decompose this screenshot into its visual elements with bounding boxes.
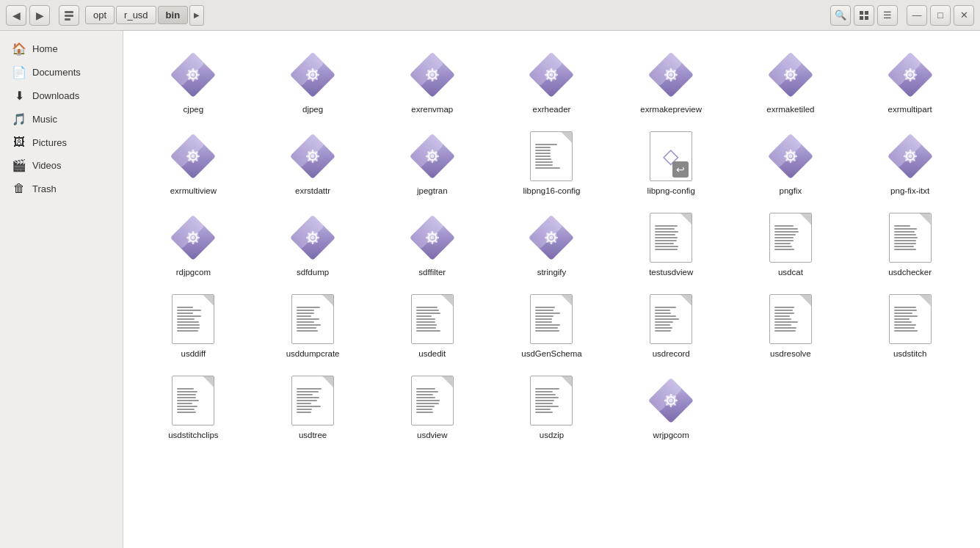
file-label: usdcat	[778, 267, 803, 278]
svg-line-143	[794, 159, 795, 161]
bookmarks-button[interactable]	[59, 5, 79, 26]
back-button[interactable]: ◀	[6, 5, 26, 26]
file-label: usdchecker	[888, 267, 932, 278]
svg-line-184	[308, 241, 310, 242]
file-item[interactable]: usdview	[374, 368, 490, 447]
svg-line-149	[794, 152, 795, 153]
svg-point-89	[908, 73, 912, 77]
file-item[interactable]: sdfdump	[255, 205, 371, 284]
view-toggle-button[interactable]	[854, 5, 874, 26]
file-label: wrjpgcom	[653, 430, 689, 441]
file-item[interactable]: usddumpcrate	[255, 287, 371, 365]
svg-line-28	[308, 78, 310, 79]
file-label: usdstitch	[893, 348, 926, 359]
svg-line-227	[674, 396, 675, 398]
sidebar-item-pictures[interactable]: 🖼 Pictures	[3, 131, 120, 153]
file-label: exrmaketiled	[766, 104, 814, 115]
file-item[interactable]: usdtree	[255, 368, 371, 447]
svg-line-84	[794, 70, 795, 72]
file-item[interactable]: exrmaketiled	[733, 43, 849, 121]
videos-icon: 🎬	[12, 158, 26, 172]
file-label: usdGenSchema	[521, 348, 581, 359]
svg-line-169	[196, 241, 197, 242]
file-item[interactable]: sdffilter	[374, 205, 490, 284]
svg-line-225	[667, 396, 669, 398]
file-item[interactable]: stringify	[493, 205, 610, 284]
file-label: usdview	[417, 430, 448, 441]
file-item[interactable]: pngfix	[733, 124, 849, 202]
file-item[interactable]: usdGenSchema	[493, 287, 610, 365]
file-item[interactable]: usdstitchclips	[135, 368, 252, 447]
file-item[interactable]: djpeg	[255, 43, 371, 121]
file-item[interactable]: usdedit	[374, 287, 490, 365]
maximize-button[interactable]: □	[930, 5, 951, 26]
file-item[interactable]: cjpeg	[135, 43, 252, 121]
svg-line-30	[308, 70, 310, 72]
crumb-rusd[interactable]: r_usd	[116, 6, 156, 24]
minimize-button[interactable]: —	[907, 5, 927, 26]
svg-rect-6	[865, 16, 868, 20]
file-item[interactable]: usddiff	[135, 287, 252, 365]
search-button[interactable]: 🔍	[830, 5, 851, 26]
svg-line-110	[196, 152, 197, 153]
svg-line-93	[906, 78, 907, 79]
toolbar-tools: 🔍 ☰	[830, 5, 898, 26]
sidebar-item-trash[interactable]: 🗑 Trash	[3, 178, 120, 200]
svg-rect-1	[65, 15, 73, 17]
sidebar-item-music[interactable]: 🎵 Music	[3, 108, 120, 131]
forward-button[interactable]: ▶	[29, 5, 50, 26]
file-item[interactable]: exrheader	[493, 43, 610, 121]
file-item[interactable]: usdcat	[733, 205, 849, 284]
file-item[interactable]: ◇ ↩ libpng-config	[613, 124, 730, 202]
file-item[interactable]: exrmakepreview	[613, 43, 730, 121]
svg-line-223	[667, 403, 669, 405]
crumb-more-button[interactable]: ▶	[189, 5, 204, 26]
sidebar-label-trash: Trash	[32, 183, 57, 194]
file-item[interactable]: usdresolve	[733, 287, 849, 365]
sidebar-item-videos[interactable]: 🎬 Videos	[3, 154, 120, 177]
svg-line-132	[428, 159, 429, 161]
svg-line-32	[316, 70, 317, 72]
file-item[interactable]: wrjpgcom	[613, 368, 730, 447]
file-item[interactable]: testusdview	[613, 205, 730, 284]
file-item[interactable]: exrenvmap	[374, 43, 490, 121]
file-item[interactable]: rdjpgcom	[135, 205, 252, 284]
file-item[interactable]: exrmultiview	[135, 124, 252, 202]
file-label: usdtree	[299, 430, 327, 441]
file-label: exrmultiview	[170, 186, 217, 197]
file-item[interactable]: usdchecker	[852, 205, 968, 284]
svg-line-45	[435, 70, 437, 72]
svg-point-154	[908, 154, 912, 158]
svg-line-54	[548, 78, 549, 79]
svg-line-69	[667, 70, 669, 72]
menu-button[interactable]: ☰	[877, 5, 898, 26]
svg-line-56	[548, 70, 549, 72]
file-item[interactable]: usdrecord	[613, 287, 730, 365]
crumb-bin[interactable]: bin	[158, 6, 189, 24]
sidebar-item-downloads[interactable]: ⬇ Downloads	[3, 84, 120, 107]
svg-point-37	[430, 73, 434, 77]
file-item[interactable]: png-fix-itxt	[852, 124, 968, 202]
svg-line-82	[786, 70, 788, 72]
svg-line-147	[786, 152, 788, 153]
sidebar-item-home[interactable]: 🏠 Home	[3, 37, 120, 60]
sidebar-label-videos: Videos	[32, 160, 62, 171]
file-label: pngfix	[780, 186, 802, 197]
documents-icon: 📄	[12, 65, 26, 79]
svg-line-43	[428, 70, 429, 72]
file-item[interactable]: libpng16-config	[493, 124, 610, 202]
file-item[interactable]: exrmultipart	[852, 43, 968, 121]
sidebar-item-documents[interactable]: 📄 Documents	[3, 61, 120, 84]
svg-line-71	[674, 70, 675, 72]
file-item[interactable]: jpegtran	[374, 124, 490, 202]
svg-line-208	[554, 241, 556, 242]
svg-line-13	[196, 78, 197, 79]
close-button[interactable]: ✕	[954, 5, 974, 26]
music-icon: 🎵	[12, 112, 26, 126]
file-item[interactable]: usdstitch	[852, 287, 968, 365]
crumb-opt[interactable]: opt	[85, 6, 115, 24]
file-item[interactable]: usdzip	[493, 368, 610, 447]
file-item[interactable]: exrstdattr	[255, 124, 371, 202]
svg-point-193	[430, 235, 434, 239]
svg-point-11	[192, 73, 195, 77]
